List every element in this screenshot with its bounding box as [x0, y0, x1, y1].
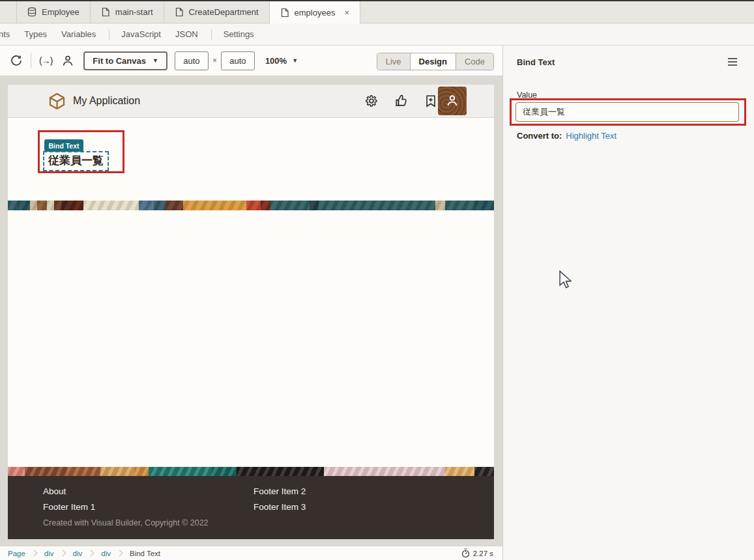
- chevron-separator-icon: [88, 550, 94, 557]
- decorative-pattern-strip-bottom: [8, 467, 494, 476]
- highlight-text-link[interactable]: Highlight Text: [566, 131, 616, 141]
- tab-label: Employee: [42, 7, 80, 17]
- user-persona-icon[interactable]: [61, 54, 74, 67]
- annotation-rect-value: [510, 98, 746, 126]
- canvas-width-input[interactable]: [175, 51, 209, 70]
- footer-link-about[interactable]: About: [43, 486, 66, 496]
- footer-link-item3[interactable]: Footer Item 3: [254, 502, 306, 512]
- convert-to-label: Convert to:: [517, 131, 562, 141]
- app-logo-cube-icon: [48, 92, 66, 110]
- tab-label: main-start: [115, 7, 153, 17]
- subnav-item-fragment[interactable]: nts: [0, 29, 12, 39]
- render-timer: 2.27 s: [461, 548, 493, 558]
- breadcrumb-page[interactable]: Page: [8, 550, 25, 557]
- refresh-icon[interactable]: [10, 54, 23, 67]
- page-subnav: nts Types Variables JavaScript JSON Sett…: [0, 23, 754, 46]
- zoom-value: 100%: [265, 56, 287, 66]
- mouse-cursor: [558, 270, 573, 290]
- chevron-separator-icon: [117, 550, 123, 557]
- stopwatch-icon: [461, 548, 470, 558]
- breadcrumb-bind-text[interactable]: Bind Text: [130, 550, 160, 557]
- inspector-title: Bind Text: [517, 57, 555, 67]
- designer-toolbar: (→) Fit to Canvas ▼ × 100% ▼ Live Design…: [0, 46, 502, 76]
- annotation-rect-canvas: [38, 130, 124, 173]
- breadcrumb-div[interactable]: div: [44, 550, 54, 557]
- page-icon: [280, 8, 289, 18]
- person-icon: [445, 94, 459, 108]
- tab-createdepartment[interactable]: CreateDepartment: [164, 1, 270, 23]
- convert-row: Convert to:Highlight Text: [517, 131, 616, 141]
- live-mapping-icon[interactable]: (→): [39, 55, 52, 66]
- chevron-separator-icon: [59, 550, 66, 557]
- mode-live[interactable]: Live: [377, 53, 411, 70]
- subnav-item-types[interactable]: Types: [22, 29, 50, 39]
- chevron-down-icon: ▼: [292, 57, 298, 64]
- page-footer: About Footer Item 1 Footer Item 2 Footer…: [8, 476, 494, 539]
- mode-switcher: Live Design Code: [377, 53, 494, 70]
- fit-to-canvas-label: Fit to Canvas: [93, 56, 146, 66]
- tab-employee[interactable]: Employee: [16, 1, 91, 23]
- chevron-separator-icon: [31, 550, 37, 557]
- subnav-item-json[interactable]: JSON: [173, 29, 201, 39]
- canvas-height-input[interactable]: [221, 51, 255, 70]
- structure-breadcrumb-bar: Page div div div Bind Text 2.27 s: [0, 546, 502, 560]
- page-icon: [175, 7, 184, 17]
- tab-employees-active[interactable]: employees ×: [270, 1, 360, 23]
- mode-design[interactable]: Design: [411, 53, 456, 70]
- breadcrumb-div[interactable]: div: [73, 550, 83, 557]
- app-header: My Application: [8, 85, 494, 118]
- thumbs-up-icon[interactable]: [394, 94, 409, 108]
- footer-link-item1[interactable]: Footer Item 1: [43, 502, 95, 512]
- subnav-divider: [211, 29, 212, 40]
- property-inspector: Bind Text Value Convert to:Highlight Tex…: [502, 46, 754, 560]
- mode-code[interactable]: Code: [456, 53, 493, 70]
- footer-link-item2[interactable]: Footer Item 2: [254, 486, 306, 496]
- zoom-dropdown[interactable]: 100% ▼: [265, 56, 298, 66]
- app-title: My Application: [73, 95, 140, 107]
- dimension-times-label: ×: [212, 56, 217, 65]
- tab-main-start[interactable]: main-start: [91, 1, 164, 23]
- gear-icon[interactable]: [364, 94, 379, 108]
- footer-copyright: Created with Visual Builder, Copyright ©…: [43, 518, 209, 527]
- design-canvas-workspace: My Application Bind Text 従業員一覧: [0, 76, 502, 546]
- database-icon: [27, 7, 36, 17]
- toolbar-divider: [31, 53, 31, 68]
- subnav-item-variables[interactable]: Variables: [59, 29, 98, 39]
- bookmark-plus-icon[interactable]: [424, 94, 438, 108]
- designed-page: My Application Bind Text 従業員一覧: [8, 85, 494, 539]
- user-avatar[interactable]: [438, 87, 467, 115]
- breadcrumb-div[interactable]: div: [101, 550, 111, 557]
- menu-icon[interactable]: [728, 58, 737, 68]
- chevron-down-icon: ▼: [152, 57, 158, 64]
- tab-label: employees: [295, 8, 336, 18]
- document-tabbar: Employee main-start CreateDepartment emp…: [0, 1, 754, 23]
- subnav-divider: [109, 29, 109, 40]
- decorative-pattern-strip-top: [8, 201, 494, 210]
- tab-close-icon[interactable]: ×: [344, 8, 349, 18]
- fit-to-canvas-dropdown[interactable]: Fit to Canvas ▼: [83, 51, 167, 70]
- subnav-item-settings[interactable]: Settings: [221, 29, 257, 39]
- timer-value: 2.27 s: [473, 550, 493, 557]
- tab-label: CreateDepartment: [189, 7, 259, 17]
- subnav-item-javascript[interactable]: JavaScript: [119, 29, 164, 39]
- page-icon: [101, 7, 110, 17]
